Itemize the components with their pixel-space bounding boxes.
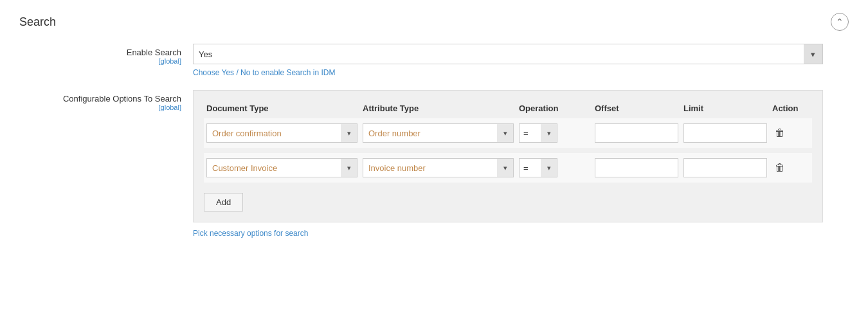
col-header-operation: Operation bbox=[519, 104, 590, 113]
configurable-options-label-main: Configurable Options To Search bbox=[19, 94, 181, 104]
enable-search-select-row: Yes No ▾ bbox=[193, 44, 849, 64]
action-cell-2: 🗑 bbox=[772, 159, 811, 176]
trash-icon: 🗑 bbox=[775, 127, 785, 139]
config-table: Document Type Attribute Type Operation O… bbox=[193, 90, 823, 222]
enable-search-select[interactable]: Yes No bbox=[193, 44, 823, 64]
enable-search-select-wrapper: Yes No ▾ bbox=[193, 44, 823, 64]
collapse-button[interactable]: ⌃ bbox=[831, 13, 849, 31]
delete-row-button-1[interactable]: 🗑 bbox=[772, 125, 788, 141]
doc-type-dropdown-btn-1[interactable]: ▾ bbox=[341, 123, 357, 143]
attr-type-select-wrapper-2: Order number Invoice number ▾ bbox=[363, 158, 514, 177]
table-header: Document Type Attribute Type Operation O… bbox=[204, 98, 812, 118]
op-select-wrapper-1: = != < > ▾ bbox=[519, 123, 557, 143]
chevron-down-icon: ▾ bbox=[347, 129, 351, 138]
enable-search-dropdown-btn[interactable]: ▾ bbox=[804, 44, 823, 64]
pick-hint: Pick necessary options for search bbox=[193, 229, 849, 238]
trash-icon: 🗑 bbox=[775, 162, 785, 174]
chevron-down-icon: ▾ bbox=[811, 50, 815, 59]
chevron-down-icon: ▾ bbox=[547, 129, 551, 138]
chevron-down-icon: ▾ bbox=[347, 164, 351, 172]
section-header: Search ⌃ bbox=[19, 13, 849, 31]
enable-search-content: Yes No ▾ Choose Yes / No to enable Searc… bbox=[193, 44, 849, 77]
attr-type-select-1[interactable]: Order number Invoice number bbox=[363, 123, 514, 143]
col-header-limit: Limit bbox=[683, 104, 767, 113]
enable-search-hint: Choose Yes / No to enable Search in IDM bbox=[193, 68, 849, 77]
add-row-button[interactable]: Add bbox=[204, 193, 243, 212]
section-title: Search bbox=[19, 15, 56, 29]
enable-search-label-sub: [global] bbox=[19, 57, 181, 65]
configurable-options-label-sub: [global] bbox=[19, 104, 181, 111]
chevron-down-icon: ▾ bbox=[547, 164, 551, 172]
offset-input-1[interactable] bbox=[595, 123, 678, 143]
table-row: Order confirmation Customer Invoice ▾ Or… bbox=[204, 118, 812, 148]
enable-search-label-main: Enable Search bbox=[19, 48, 181, 57]
offset-cell-1 bbox=[595, 123, 678, 143]
chevron-down-icon: ▾ bbox=[503, 129, 507, 138]
col-header-document-type: Document Type bbox=[206, 104, 357, 113]
table-row: Order confirmation Customer Invoice ▾ Or… bbox=[204, 153, 812, 183]
configurable-options-label: Configurable Options To Search [global] bbox=[19, 90, 193, 111]
col-header-attribute-type: Attribute Type bbox=[363, 104, 514, 113]
doc-type-select-2[interactable]: Order confirmation Customer Invoice bbox=[206, 158, 357, 177]
op-select-wrapper-2: = != < > ▾ bbox=[519, 158, 557, 177]
offset-input-2[interactable] bbox=[595, 158, 678, 177]
offset-cell-2 bbox=[595, 158, 678, 177]
attr-type-select-2[interactable]: Order number Invoice number bbox=[363, 158, 514, 177]
enable-search-label: Enable Search [global] bbox=[19, 44, 193, 65]
attr-type-select-wrapper-1: Order number Invoice number ▾ bbox=[363, 123, 514, 143]
attr-type-dropdown-btn-1[interactable]: ▾ bbox=[497, 123, 514, 143]
limit-input-2[interactable] bbox=[683, 158, 767, 177]
configurable-options-row: Configurable Options To Search [global] … bbox=[19, 90, 849, 238]
chevron-down-icon: ▾ bbox=[503, 164, 507, 172]
operation-cell-2: = != < > ▾ bbox=[519, 158, 590, 177]
limit-input-1[interactable] bbox=[683, 123, 767, 143]
action-cell-1: 🗑 bbox=[772, 125, 811, 141]
configurable-options-content: Document Type Attribute Type Operation O… bbox=[193, 90, 849, 238]
op-dropdown-btn-2[interactable]: ▾ bbox=[541, 158, 557, 177]
doc-type-select-wrapper-2: Order confirmation Customer Invoice ▾ bbox=[206, 158, 357, 177]
doc-type-select-wrapper-1: Order confirmation Customer Invoice ▾ bbox=[206, 123, 357, 143]
op-dropdown-btn-1[interactable]: ▾ bbox=[541, 123, 557, 143]
col-header-offset: Offset bbox=[595, 104, 678, 113]
delete-row-button-2[interactable]: 🗑 bbox=[772, 159, 788, 176]
doc-type-select-1[interactable]: Order confirmation Customer Invoice bbox=[206, 123, 357, 143]
collapse-icon: ⌃ bbox=[836, 17, 844, 26]
limit-cell-2 bbox=[683, 158, 767, 177]
doc-type-dropdown-btn-2[interactable]: ▾ bbox=[341, 158, 357, 177]
enable-search-row: Enable Search [global] Yes No ▾ Choose Y… bbox=[19, 44, 849, 77]
page-container: Search ⌃ Enable Search [global] Yes No ▾ bbox=[0, 0, 868, 324]
col-header-action: Action bbox=[772, 104, 811, 113]
attr-type-dropdown-btn-2[interactable]: ▾ bbox=[497, 158, 514, 177]
operation-cell-1: = != < > ▾ bbox=[519, 123, 590, 143]
limit-cell-1 bbox=[683, 123, 767, 143]
